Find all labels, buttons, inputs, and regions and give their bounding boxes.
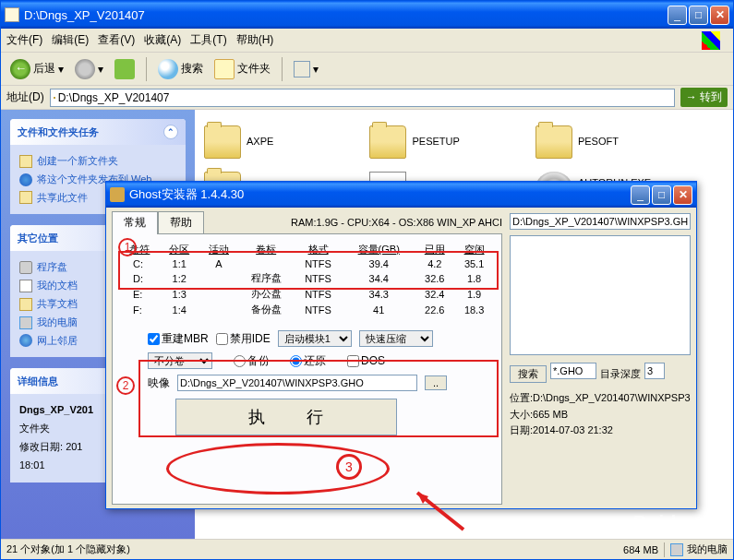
folder-icon — [5, 7, 19, 22]
disable-ide-checkbox[interactable]: 禁用IDE — [216, 331, 271, 347]
menubar: 文件(F) 编辑(E) 查看(V) 收藏(A) 工具(T) 帮助(H) — [1, 29, 733, 53]
image-label: 映像 — [148, 375, 170, 391]
dialog-right: 搜索 目录深度 位置:D:\Dngs_XP_V201407\WINXPSP3 大… — [510, 213, 691, 503]
table-header: 盘符分区活动卷标格式容量(GB)已用空闲 — [120, 242, 494, 257]
documents-icon — [19, 280, 32, 292]
address-value: D:\Dngs_XP_V201407 — [58, 91, 170, 104]
ext-input[interactable] — [550, 363, 596, 379]
views-icon — [294, 61, 310, 77]
disk-table[interactable]: 盘符分区活动卷标格式容量(GB)已用空闲 C:1:1ANTFS39.44.235… — [120, 242, 494, 317]
dos-checkbox[interactable]: DOS — [347, 354, 385, 367]
folder-icon — [369, 125, 406, 159]
app-icon — [110, 187, 125, 202]
new-folder-icon — [19, 155, 32, 168]
address-label: 地址(D) — [6, 89, 44, 105]
up-button[interactable] — [111, 57, 138, 81]
restore-radio[interactable]: 还原 — [290, 353, 326, 369]
back-icon — [10, 59, 30, 79]
file-listbox[interactable] — [510, 235, 691, 355]
rebuild-mbr-checkbox[interactable]: 重建MBR — [148, 331, 209, 347]
depth-label: 目录深度 — [600, 367, 641, 381]
boot-module-select[interactable]: 启动模块1 — [278, 330, 352, 347]
backup-radio[interactable]: 备份 — [234, 353, 270, 369]
annotation-ellipse — [166, 443, 390, 494]
execute-button[interactable]: 执 行 — [175, 399, 397, 435]
dialog-title: Ghost安装器 1.4.4.30 — [129, 186, 631, 203]
explorer-titlebar[interactable]: D:\Dngs_XP_V201407 _ □ ✕ — [1, 1, 733, 29]
table-row[interactable]: C:1:1ANTFS39.44.235.1 — [120, 257, 494, 270]
separator — [146, 57, 147, 81]
annotation-circle-3: 3 — [336, 454, 362, 480]
ghost-dialog: Ghost安装器 1.4.4.30 _ □ ✕ 常规 帮助 RAM:1.9G -… — [105, 181, 697, 509]
views-button[interactable]: ▾ — [290, 59, 322, 79]
minimize-button[interactable]: _ — [668, 6, 687, 25]
table-row[interactable]: D:1:2程序盘NTFS34.432.61.8 — [120, 270, 494, 286]
tabs: 常规 帮助 RAM:1.9G - CPU:X64 - OS:X86 WIN_XP… — [112, 213, 502, 233]
table-row[interactable]: F:1:4备份盘NTFS4122.618.3 — [120, 302, 494, 317]
network-icon — [19, 334, 32, 347]
separator — [282, 57, 283, 81]
close-button[interactable]: ✕ — [710, 6, 729, 25]
folders-button[interactable]: 文件夹 — [211, 57, 274, 81]
address-input[interactable]: D:\Dngs_XP_V201407 — [50, 89, 675, 107]
task-new-folder[interactable]: 创建一个新文件夹 — [19, 152, 176, 171]
tab-help[interactable]: 帮助 — [158, 211, 204, 233]
partition-select[interactable]: 不分卷 — [148, 352, 212, 369]
window-title: D:\Dngs_XP_V201407 — [24, 8, 668, 22]
tab-content: 盘符分区活动卷标格式容量(GB)已用空闲 C:1:1ANTFS39.44.235… — [112, 233, 502, 505]
tasks-header[interactable]: 文件和文件夹任务⌃ — [10, 119, 186, 145]
publish-icon — [19, 173, 32, 186]
menu-help[interactable]: 帮助(H) — [236, 32, 274, 48]
dialog-maximize-button[interactable]: □ — [652, 185, 671, 205]
controls: 重建MBR 禁用IDE 启动模块1 快速压缩 不分卷 备份 还原 DOS — [120, 330, 494, 435]
status-size: 684 MB — [623, 544, 658, 555]
chevron-up-icon[interactable]: ⌃ — [163, 125, 178, 139]
maximize-button[interactable]: □ — [689, 6, 708, 25]
menu-favorites[interactable]: 收藏(A) — [144, 32, 181, 48]
back-button[interactable]: 后退 ▾ — [6, 57, 67, 81]
menu-file[interactable]: 文件(F) — [6, 32, 42, 48]
file-item[interactable]: AXPE — [204, 119, 366, 165]
tab-general[interactable]: 常规 — [112, 211, 158, 234]
shared-docs-icon — [19, 298, 32, 311]
menu-edit[interactable]: 编辑(E) — [52, 32, 89, 48]
folder-icon — [54, 97, 55, 99]
browse-button[interactable]: .. — [425, 375, 447, 390]
statusbar: 21 个对象(加 1 个隐藏对象) 684 MB 我的电脑 — [1, 539, 733, 559]
folders-icon — [214, 59, 235, 79]
menu-tools[interactable]: 工具(T) — [190, 32, 226, 48]
go-button[interactable]: → 转到 — [680, 88, 728, 107]
addressbar: 地址(D) D:\Dngs_XP_V201407 → 转到 — [1, 86, 733, 110]
toolbar: 后退 ▾ ▾ 搜索 文件夹 ▾ — [1, 53, 733, 86]
forward-button[interactable]: ▾ — [71, 57, 107, 81]
dialog-left: 常规 帮助 RAM:1.9G - CPU:X64 - OS:X86 WIN_XP… — [112, 213, 502, 503]
up-icon — [114, 59, 135, 79]
file-info: 位置:D:\Dngs_XP_V201407\WINXPSP3 大小:665 MB… — [510, 390, 691, 439]
status-location: 我的电脑 — [687, 542, 728, 556]
computer-icon — [670, 543, 683, 556]
dialog-titlebar[interactable]: Ghost安装器 1.4.4.30 _ □ ✕ — [106, 182, 696, 208]
search-button[interactable]: 搜索 — [154, 57, 207, 81]
status-count: 21 个对象(加 1 个隐藏对象) — [6, 542, 130, 556]
image-path-input[interactable] — [177, 375, 417, 391]
system-info: RAM:1.9G - CPU:X64 - OS:X86 WIN_XP AHCI — [291, 217, 502, 228]
share-icon — [19, 191, 32, 204]
file-item[interactable]: PESETUP — [369, 119, 531, 165]
table-row[interactable]: E:1:3办公盘NTFS34.332.41.9 — [120, 286, 494, 302]
windows-logo-icon — [702, 31, 720, 50]
selected-path-input[interactable] — [510, 213, 691, 230]
depth-input[interactable] — [644, 363, 665, 379]
menu-view[interactable]: 查看(V) — [98, 32, 135, 48]
computer-icon — [19, 316, 32, 329]
compress-select[interactable]: 快速压缩 — [359, 330, 433, 347]
forward-icon — [75, 59, 95, 79]
dialog-minimize-button[interactable]: _ — [631, 185, 650, 205]
dialog-close-button[interactable]: ✕ — [673, 185, 692, 205]
search-icon — [158, 59, 178, 79]
folder-icon — [204, 125, 241, 159]
drive-icon — [19, 261, 32, 274]
search-button[interactable]: 搜索 — [510, 365, 547, 383]
folder-icon — [535, 125, 572, 159]
file-item[interactable]: PESOFT — [535, 119, 697, 165]
